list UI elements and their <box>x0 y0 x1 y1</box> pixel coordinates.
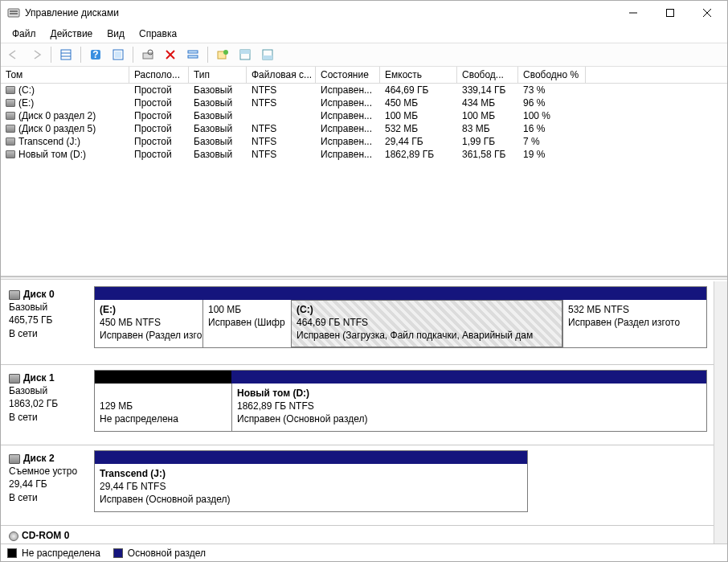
disk0-title: Диск 0 <box>23 289 55 300</box>
back-button[interactable] <box>4 45 23 64</box>
menu-help[interactable]: Справка <box>133 27 183 41</box>
vertical-scrollbar[interactable] <box>714 281 727 544</box>
col-fs[interactable]: Файловая с... <box>247 67 316 83</box>
legend-swatch-blue <box>113 548 123 558</box>
minimize-button[interactable] <box>615 1 652 25</box>
close-button[interactable] <box>689 1 726 25</box>
partition-unallocated[interactable]: 129 МБ Не распределена <box>95 384 231 431</box>
volume-row[interactable]: (C:)ПростойБазовыйNTFSИсправен...464,69 … <box>1 84 727 96</box>
volume-capacity: 464,69 ГБ <box>380 84 457 96</box>
col-volume[interactable]: Том <box>1 67 129 83</box>
delete-button[interactable] <box>161 45 180 64</box>
cdrom-label[interactable]: CD-ROM 0 <box>1 526 91 544</box>
menu-file[interactable]: Файл <box>6 27 43 41</box>
volume-layout: Простой <box>129 135 189 148</box>
part-size: 29,44 ГБ NTFS <box>100 480 519 493</box>
view-list-button[interactable] <box>56 45 76 64</box>
partition-j[interactable]: Transcend (J:) 29,44 ГБ NTFS Исправен (О… <box>95 464 524 511</box>
volume-layout: Простой <box>129 122 189 135</box>
svg-rect-4 <box>667 10 674 17</box>
volume-pct: 100 % <box>518 109 586 122</box>
toolbar-separator <box>207 47 208 63</box>
volume-fs: NTFS <box>247 148 316 161</box>
layout-bottom-button[interactable] <box>258 45 277 64</box>
col-capacity[interactable]: Емкость <box>380 67 457 83</box>
svg-rect-18 <box>188 51 198 53</box>
menu-action[interactable]: Действие <box>44 27 100 41</box>
disk1-type: Базовый <box>9 384 86 397</box>
refresh-button[interactable] <box>108 45 128 64</box>
new-volume-button[interactable] <box>213 45 232 64</box>
disk-management-window: Управление дисками Файл Действие Вид Спр… <box>0 0 728 562</box>
part-name: Новый том (D:) <box>237 387 677 400</box>
volume-fs: NTFS <box>247 96 316 109</box>
disk1-primary-stripe <box>231 371 706 384</box>
col-free[interactable]: Свобод... <box>457 67 518 83</box>
volume-status: Исправен... <box>316 148 380 161</box>
cdrom-graph <box>91 526 714 544</box>
forward-button[interactable] <box>27 45 46 64</box>
legend-primary-label: Основной раздел <box>128 548 206 559</box>
col-layout[interactable]: Располо... <box>129 67 189 83</box>
svg-rect-14 <box>143 53 153 59</box>
volume-icon <box>6 137 15 146</box>
legend-swatch-black <box>7 548 17 558</box>
volume-pct: 7 % <box>518 135 586 148</box>
col-pct[interactable]: Свободно % <box>518 67 586 83</box>
menubar: Файл Действие Вид Справка <box>1 25 727 43</box>
content-area: Том Располо... Тип Файловая с... Состоян… <box>1 67 727 561</box>
col-type[interactable]: Тип <box>189 67 247 83</box>
part-status: Исправен (Раздел изгото <box>568 316 677 329</box>
volume-row[interactable]: (Диск 0 раздел 5)ПростойБазовыйNTFSИспра… <box>1 122 727 135</box>
svg-rect-23 <box>240 50 250 54</box>
legend-unalloc-label: Не распределена <box>22 548 100 559</box>
svg-rect-13 <box>115 51 121 58</box>
volume-layout: Простой <box>129 148 189 161</box>
disk0-status: В сети <box>9 327 86 340</box>
volume-pct: 16 % <box>518 122 586 135</box>
disk2-type: Съемное устро <box>9 465 86 478</box>
volume-row[interactable]: (E:)ПростойБазовыйNTFSИсправен...450 МБ4… <box>1 96 727 109</box>
properties-button[interactable] <box>183 45 202 64</box>
disk2-label[interactable]: Диск 2 Съемное устро 29,44 ГБ В сети <box>1 445 91 525</box>
disk0-stripe <box>95 287 706 300</box>
disk-row-0: Диск 0 Базовый 465,75 ГБ В сети (E:) <box>1 281 714 365</box>
help-button[interactable]: ? <box>86 45 105 64</box>
volume-row[interactable]: Новый том (D:)ПростойБазовыйNTFSИсправен… <box>1 148 727 161</box>
partition-5[interactable]: 532 МБ NTFS Исправен (Раздел изгото <box>562 300 681 347</box>
volume-fs: NTFS <box>247 135 316 148</box>
window-controls <box>615 1 726 25</box>
svg-rect-25 <box>263 55 272 59</box>
disk0-label[interactable]: Диск 0 Базовый 465,75 ГБ В сети <box>1 281 91 364</box>
volume-status: Исправен... <box>316 96 380 109</box>
volume-row[interactable]: Transcend (J:)ПростойБазовыйNTFSИсправен… <box>1 135 727 148</box>
partition-c[interactable]: (C:) 464,69 ГБ NTFS Исправен (Загрузка, … <box>291 300 562 347</box>
maximize-button[interactable] <box>652 1 689 25</box>
volume-icon <box>6 86 15 94</box>
disk-scroll-area: Диск 0 Базовый 465,75 ГБ В сети (E:) <box>1 281 714 544</box>
volume-icon <box>6 99 15 107</box>
volume-row[interactable]: (Диск 0 раздел 2)ПростойБазовыйИсправен.… <box>1 109 727 122</box>
volume-free: 100 МБ <box>457 109 518 122</box>
partition-d[interactable]: Новый том (D:) 1862,89 ГБ NTFS Исправен … <box>231 384 681 431</box>
disk1-label[interactable]: Диск 1 Базовый 1863,02 ГБ В сети <box>1 365 91 445</box>
titlebar: Управление дисками <box>1 1 727 25</box>
disk1-title: Диск 1 <box>23 372 55 384</box>
disk0-size: 465,75 ГБ <box>9 314 86 326</box>
partition-e[interactable]: (E:) 450 МБ NTFS Исправен (Раздел изго <box>95 300 202 347</box>
partition-recovery[interactable]: 100 МБ Исправен (Шифр <box>202 300 291 347</box>
layout-top-button[interactable] <box>235 45 255 64</box>
disk2-size: 29,44 ГБ <box>9 478 86 490</box>
disk-icon <box>9 290 20 300</box>
legend-unallocated: Не распределена <box>7 548 100 559</box>
svg-rect-2 <box>10 13 18 14</box>
volume-capacity: 1862,89 ГБ <box>380 148 457 161</box>
volume-name: Transcend (J:) <box>18 136 80 147</box>
volume-capacity: 450 МБ <box>380 96 457 109</box>
volume-layout: Простой <box>129 96 189 109</box>
volume-fs: NTFS <box>247 122 316 135</box>
col-status[interactable]: Состояние <box>316 67 380 83</box>
menu-view[interactable]: Вид <box>100 27 131 41</box>
volume-layout: Простой <box>129 109 189 122</box>
rescan-button[interactable] <box>138 45 157 64</box>
